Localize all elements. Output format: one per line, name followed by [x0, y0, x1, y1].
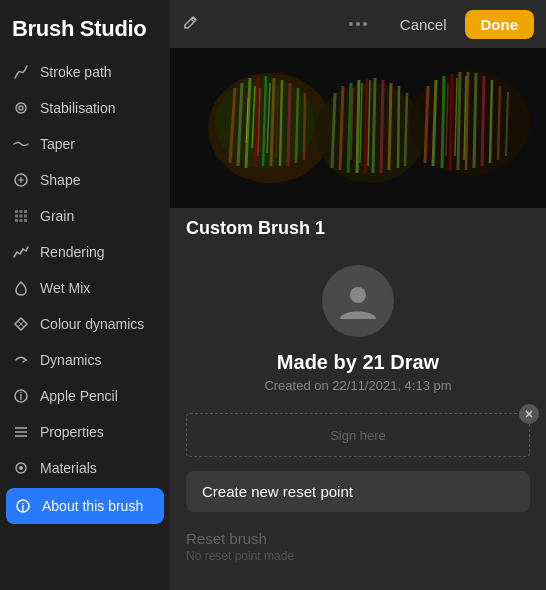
svg-line-58	[458, 72, 460, 170]
svg-rect-3	[15, 210, 18, 213]
cancel-button[interactable]: Cancel	[392, 12, 455, 37]
svg-rect-11	[24, 219, 27, 222]
dynamics-icon	[12, 351, 30, 369]
app-title: Brush Studio	[0, 0, 170, 54]
three-dots-menu[interactable]	[349, 22, 367, 26]
svg-line-44	[365, 78, 367, 173]
avatar-icon	[336, 279, 380, 323]
svg-point-0	[16, 103, 26, 113]
no-reset-point-label: No reset point made	[186, 549, 530, 563]
svg-line-43	[357, 80, 359, 173]
sidebar-label-wet-mix: Wet Mix	[40, 280, 90, 296]
svg-line-57	[450, 74, 452, 170]
sidebar-label-stroke-path: Stroke path	[40, 64, 112, 80]
colour-dynamics-icon	[12, 315, 30, 333]
sidebar-label-rendering: Rendering	[40, 244, 105, 260]
edit-icon[interactable]	[182, 13, 200, 35]
sidebar-label-properties: Properties	[40, 424, 104, 440]
svg-line-46	[381, 80, 383, 173]
svg-rect-4	[20, 210, 23, 213]
reset-brush-label: Reset brush	[186, 530, 530, 547]
clear-sign-button[interactable]	[519, 404, 539, 424]
svg-line-61	[482, 76, 484, 166]
svg-line-56	[442, 76, 444, 168]
svg-rect-8	[24, 215, 27, 218]
svg-point-68	[350, 287, 366, 303]
top-bar-right: Cancel Done	[392, 10, 534, 39]
sidebar-item-stroke-path[interactable]: Stroke path	[0, 54, 170, 90]
dot-2	[356, 22, 360, 26]
svg-line-31	[288, 83, 290, 166]
sidebar-item-apple-pencil[interactable]: i Apple Pencil	[0, 378, 170, 414]
about-section: Made by 21 Draw Created on 22/11/2021, 4…	[170, 245, 546, 590]
sidebar-item-colour-dynamics[interactable]: Colour dynamics	[0, 306, 170, 342]
apple-pencil-icon: i	[12, 387, 30, 405]
shape-icon	[12, 171, 30, 189]
sign-area[interactable]: Sign here	[186, 413, 530, 457]
sidebar-item-properties[interactable]: Properties	[0, 414, 170, 450]
sidebar-item-shape[interactable]: Shape	[0, 162, 170, 198]
sidebar-item-stabilisation[interactable]: Stabilisation	[0, 90, 170, 126]
sidebar-item-taper[interactable]: Taper	[0, 126, 170, 162]
rendering-icon	[12, 243, 30, 261]
sidebar-label-shape: Shape	[40, 172, 80, 188]
materials-icon	[12, 459, 30, 477]
about-brush-icon: i	[14, 497, 32, 515]
top-bar-left	[182, 13, 200, 35]
sidebar-label-apple-pencil: Apple Pencil	[40, 388, 118, 404]
sidebar-label-stabilisation: Stabilisation	[40, 100, 116, 116]
avatar	[322, 265, 394, 337]
sidebar-item-materials[interactable]: Materials	[0, 450, 170, 486]
sidebar-label-taper: Taper	[40, 136, 75, 152]
top-bar: Cancel Done	[170, 0, 546, 48]
sidebar-item-about-brush[interactable]: i About this brush	[6, 488, 164, 524]
stroke-path-icon	[12, 63, 30, 81]
brush-name-row: Custom Brush 1	[170, 208, 546, 245]
close-icon	[524, 409, 534, 419]
sidebar-label-grain: Grain	[40, 208, 74, 224]
done-button[interactable]: Done	[465, 10, 535, 39]
svg-point-18	[19, 466, 23, 470]
properties-icon	[12, 423, 30, 441]
sidebar-item-wet-mix[interactable]: Wet Mix	[0, 270, 170, 306]
taper-icon	[12, 135, 30, 153]
svg-rect-9	[15, 219, 18, 222]
dot-3	[363, 22, 367, 26]
svg-rect-5	[24, 210, 27, 213]
svg-text:i: i	[20, 391, 23, 402]
sidebar-label-materials: Materials	[40, 460, 97, 476]
brush-preview	[170, 48, 546, 208]
create-reset-point-button[interactable]: Create new reset point	[186, 471, 530, 512]
svg-rect-10	[20, 219, 23, 222]
sidebar-label-dynamics: Dynamics	[40, 352, 101, 368]
svg-line-33	[304, 93, 305, 160]
brush-name: Custom Brush 1	[186, 218, 325, 239]
svg-text:i: i	[22, 502, 25, 513]
svg-line-45	[373, 78, 375, 173]
svg-rect-7	[20, 215, 23, 218]
reset-brush-section: Reset brush No reset point made	[186, 522, 530, 571]
brush-stroke-canvas	[170, 48, 546, 208]
svg-line-60	[474, 73, 476, 168]
stabilisation-icon	[12, 99, 30, 117]
sidebar-label-colour-dynamics: Colour dynamics	[40, 316, 144, 332]
svg-line-47	[389, 83, 391, 170]
created-on-label: Created on 22/11/2021, 4:13 pm	[264, 378, 451, 393]
sidebar-item-grain[interactable]: Grain	[0, 198, 170, 234]
sidebar-label-about-brush: About this brush	[42, 498, 143, 514]
sidebar: Brush Studio Stroke path Stabilisation T…	[0, 0, 170, 590]
svg-line-48	[398, 86, 399, 168]
dot-1	[349, 22, 353, 26]
grain-icon	[12, 207, 30, 225]
wet-mix-icon	[12, 279, 30, 297]
sign-placeholder: Sign here	[330, 428, 386, 443]
svg-rect-6	[15, 215, 18, 218]
made-by-label: Made by 21 Draw	[277, 351, 439, 374]
sidebar-item-dynamics[interactable]: Dynamics	[0, 342, 170, 378]
svg-point-1	[19, 106, 23, 110]
main-panel: Cancel Done	[170, 0, 546, 590]
sidebar-item-rendering[interactable]: Rendering	[0, 234, 170, 270]
